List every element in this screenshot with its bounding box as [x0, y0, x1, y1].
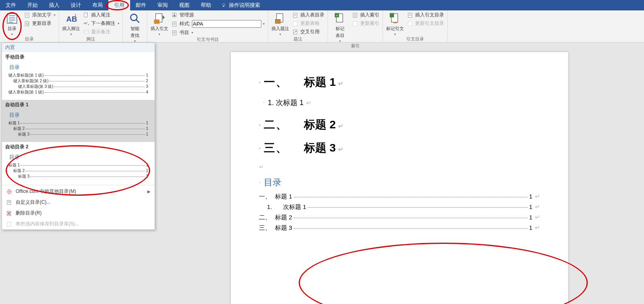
manage-sources-icon — [171, 12, 178, 18]
显示备注-button: 显示备注 — [82, 28, 120, 36]
insert-citation-icon — [153, 12, 166, 25]
交叉引用-button[interactable]: 交叉引用 — [291, 28, 325, 36]
toc-gallery-item-自动目录 1[interactable]: 自动目录 1目录标题 11标题 21标题 31 — [2, 100, 155, 142]
endnote-icon: i — [83, 12, 90, 18]
下一条脚注-button[interactable]: AB1下一条脚注▾ — [82, 20, 120, 27]
svg-point-0 — [222, 4, 225, 6]
small-button-label: 插入尾注 — [91, 12, 110, 18]
small-button-label: 更新引文目录 — [415, 20, 444, 27]
dropdown-menuitem-删除目录(R)[interactable]: 删除目录(R) — [2, 208, 155, 219]
doc-toc-line: 二、标题 21↵ — [259, 213, 540, 221]
page: ·一、标题 1↵·1. 次标题 1↵·二、标题 2↵·三、标题 3↵↵·目录一、… — [231, 52, 568, 304]
menu-tab-引用[interactable]: 引用 — [108, 0, 130, 10]
preview-toc-line: 标题 31 — [8, 174, 148, 179]
插入题注-button[interactable]: 插入题注▾ — [271, 11, 290, 36]
svg-text:AB: AB — [84, 22, 87, 24]
更新表格-button: 更新表格 — [291, 20, 325, 27]
dropdown-menuitem-Office.com 中的其他目录(M)[interactable]: Office.com 中的其他目录(M)▶ — [2, 186, 155, 197]
更新目录-button[interactable]: 更新目录 — [23, 20, 56, 27]
small-button-label: 更新索引 — [360, 20, 379, 27]
menu-tab-帮助[interactable]: 帮助 — [195, 0, 217, 10]
插入表目录-button[interactable]: 插入表目录 — [291, 11, 325, 19]
toc-dropdown: 内置手动目录目录键入章标题(第 1 级)1键入章标题(第 2 级)2键入章标题(… — [2, 43, 155, 230]
insert-tof-icon — [292, 12, 299, 18]
svg-rect-1 — [223, 6, 224, 7]
preview-toc-line: 标题 11 — [8, 162, 148, 168]
update-index-icon — [352, 20, 359, 27]
书目-button[interactable]: 书目▾ — [171, 29, 265, 36]
menuitem-label: 将所选内容保存到目录库(S)... — [16, 221, 79, 227]
doc-heading: ·三、标题 3↵ — [259, 140, 540, 156]
preview-toc-line: 键入章标题(第 3 级)3 — [8, 84, 148, 89]
mark-citation-icon — [389, 12, 401, 25]
样式-button[interactable]: 样式:▾ — [171, 20, 265, 28]
smart-lookup-icon — [128, 12, 141, 25]
menu-tab-审阅[interactable]: 审阅 — [152, 0, 173, 10]
ribbon-group-引文与书目: 插入引文▾管理源样式:▾书目▾引文与书目 — [147, 10, 268, 42]
toc-gallery-item-手动目录[interactable]: 手动目录目录键入章标题(第 1 级)1键入章标题(第 2 级)2键入章标题(第 … — [2, 52, 155, 100]
small-button-label: 显示备注 — [91, 28, 110, 35]
document-area: ·一、标题 1↵·1. 次标题 1↵·二、标题 2↵·三、标题 3↵↵·目录一、… — [155, 43, 644, 304]
添加文字-button[interactable]: T添加文字▾ — [23, 11, 56, 19]
svg-rect-32 — [173, 30, 176, 35]
管理源-button[interactable]: 管理源 — [171, 11, 265, 19]
标记条目-button[interactable]: +标记条目▾ — [330, 11, 350, 43]
custom-toc-icon — [6, 199, 12, 206]
插入索引-button[interactable]: 插入索引 — [351, 11, 380, 19]
插入引文目录-button[interactable]: 插入引文目录 — [406, 11, 445, 19]
globe-icon — [6, 188, 12, 195]
menuitem-label: 删除目录(R) — [16, 210, 42, 217]
big-button-label: 智能 — [130, 26, 139, 32]
insert-toa-icon — [407, 12, 414, 18]
插入脚注-button[interactable]: AB1插入脚注▾ — [61, 11, 81, 36]
更新索引-button: 更新索引 — [351, 20, 380, 27]
ribbon-group-题注: 插入题注▾插入表目录更新表格交叉引用题注 — [268, 10, 328, 42]
menu-tab-视图[interactable]: 视图 — [173, 0, 195, 10]
small-button-label: 交叉引用 — [300, 28, 320, 35]
svg-rect-55 — [408, 13, 412, 17]
big-button-label: 标记 — [336, 26, 344, 32]
doc-heading: ·二、标题 2↵ — [259, 117, 540, 132]
gallery-item-preview: 目录标题 11标题 21标题 31 — [5, 108, 151, 140]
small-button-label: 下一条脚注 — [91, 20, 115, 27]
preview-toc-line: 标题 21 — [8, 126, 148, 132]
ribbon: 目录▾T添加文字▾更新目录目录AB1插入脚注▾i插入尾注AB1下一条脚注▾显示备… — [0, 10, 644, 43]
cross-ref-icon — [292, 29, 299, 35]
group-label: 引文目录 — [385, 36, 445, 43]
next-footnote-icon: AB1 — [83, 20, 90, 27]
menu-tab-插入[interactable]: 插入 — [43, 0, 65, 10]
svg-point-26 — [174, 14, 175, 15]
tell-me-search[interactable]: 操作说明搜索 — [217, 0, 264, 10]
small-button-label: 插入表目录 — [300, 12, 324, 18]
preview-toc-line: 标题 21 — [8, 168, 148, 174]
插入引文-button[interactable]: 插入引文▾ — [150, 11, 169, 36]
style-select[interactable] — [192, 20, 261, 28]
small-button-label: 更新表格 — [300, 20, 320, 27]
toc-gallery-item-自动目录 2[interactable]: 自动目录 2目录标题 11标题 21标题 31 — [2, 142, 155, 184]
svg-text:T: T — [26, 14, 28, 16]
svg-text:i: i — [87, 13, 87, 15]
标记引文-button[interactable]: 标记引文▾ — [385, 11, 405, 36]
menu-tab-邮件[interactable]: 邮件 — [130, 0, 152, 10]
svg-text:1: 1 — [74, 13, 77, 18]
menu-tab-开始[interactable]: 开始 — [22, 0, 43, 10]
preview-toc-line: 标题 11 — [8, 120, 148, 126]
small-button-label: 书目 — [179, 29, 189, 36]
ribbon-group-信息检索: 智能查找▾信息检索 — [123, 10, 147, 42]
bulb-icon — [221, 2, 226, 8]
big-button-label: 查找 — [130, 32, 139, 39]
toc-icon — [6, 12, 18, 25]
big-button-label: 插入题注 — [271, 26, 289, 32]
menu-tab-设计[interactable]: 设计 — [65, 0, 87, 10]
menu-tab-文件[interactable]: 文件 — [0, 0, 22, 10]
智能查找-button[interactable]: 智能查找▾ — [125, 11, 145, 43]
menu-tab-布局[interactable]: 布局 — [87, 0, 108, 10]
目录-button[interactable]: 目录▾ — [2, 11, 22, 36]
gallery-item-title: 自动目录 2 — [5, 144, 151, 150]
search-placeholder: 操作说明搜索 — [229, 2, 260, 9]
插入尾注-button[interactable]: i插入尾注 — [82, 11, 120, 19]
dropdown-menuitem-自定义目录(C)...[interactable]: 自定义目录(C)... — [2, 197, 155, 208]
menuitem-label: Office.com 中的其他目录(M) — [16, 188, 76, 195]
big-button-label: 插入脚注 — [62, 26, 80, 32]
style-label: 样式: — [179, 20, 190, 27]
